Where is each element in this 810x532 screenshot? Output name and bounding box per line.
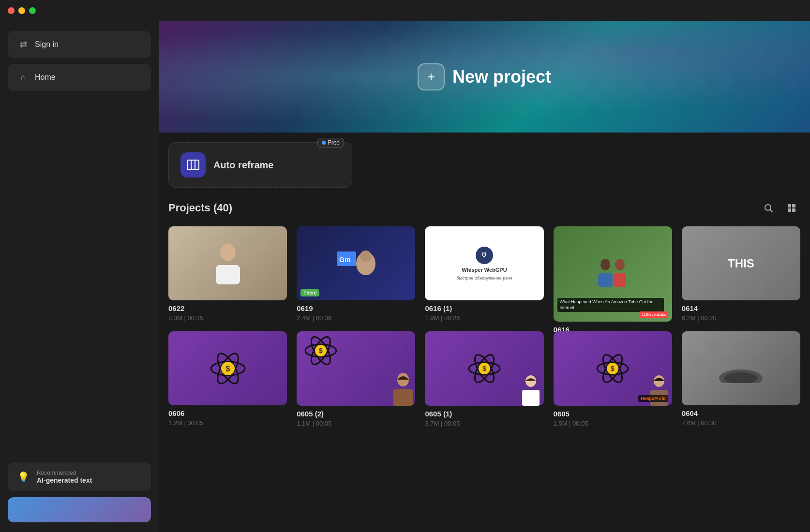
project-name-0616-1: 0616 (1) bbox=[425, 304, 543, 312]
svg-text:$: $ bbox=[225, 365, 230, 373]
svg-rect-31 bbox=[393, 389, 413, 406]
thumb-content-0616-1: 🎙 Whisper WebGPU быстрое обнаружение реч… bbox=[425, 226, 543, 300]
svg-point-16 bbox=[600, 259, 610, 270]
project-thumb-0616-1: 🎙 Whisper WebGPU быстрое обнаружение реч… bbox=[425, 226, 543, 300]
recommended-text: Recommended AI-generated text bbox=[37, 470, 92, 484]
title-bar bbox=[0, 0, 810, 21]
project-thumb-0619: Gm There bbox=[297, 226, 415, 300]
thumb-content-0604 bbox=[682, 331, 800, 405]
ai-generated-text-label: AI-generated text bbox=[37, 476, 92, 484]
svg-text:Gm: Gm bbox=[339, 256, 350, 264]
thumb-content-0606: $ bbox=[168, 331, 287, 405]
free-badge-label: Free bbox=[328, 139, 340, 146]
close-button[interactable] bbox=[8, 7, 15, 14]
project-thumb-0616: What Happened When An Amazon Tribe Got t… bbox=[554, 226, 672, 322]
hero-banner[interactable]: + New project bbox=[159, 21, 810, 133]
home-nav-item[interactable]: ⌂ Home bbox=[8, 64, 151, 91]
subtitle-tag-0619: There bbox=[300, 289, 319, 296]
project-name-0606: 0606 bbox=[168, 409, 287, 417]
project-meta-0605-2: 1.1M | 00:05 bbox=[297, 420, 415, 427]
new-project-plus-icon: + bbox=[418, 63, 445, 90]
badge-dot bbox=[322, 141, 326, 145]
svg-point-18 bbox=[615, 259, 625, 270]
svg-rect-7 bbox=[788, 208, 791, 212]
thumb-content-0616: What Happened When An Amazon Tribe Got t… bbox=[554, 226, 672, 322]
projects-title: Projects (40) bbox=[168, 202, 232, 214]
project-item-0622[interactable]: 0622 8.3M | 00:35 bbox=[168, 226, 287, 322]
whisper-title: Whisper WebGPU bbox=[462, 267, 507, 273]
project-thumb-0606: $ bbox=[168, 331, 287, 405]
auto-reframe-icon bbox=[180, 152, 206, 177]
project-thumb-0604 bbox=[682, 331, 800, 405]
new-project-label: New project bbox=[452, 67, 551, 87]
project-name-0619: 0619 bbox=[297, 304, 415, 312]
free-badge: Free bbox=[317, 138, 344, 148]
sign-in-label: Sign in bbox=[35, 40, 59, 49]
recommended-label: Recommended bbox=[37, 470, 92, 476]
content-area: + New project Free Auto ref bbox=[159, 21, 810, 532]
project-meta-0606: 1.2M | 00:05 bbox=[168, 419, 287, 427]
project-item-0616[interactable]: What Happened When An Amazon Tribe Got t… bbox=[554, 226, 672, 322]
home-icon: ⌂ bbox=[17, 72, 29, 83]
svg-rect-10 bbox=[216, 265, 240, 284]
project-meta-0622: 8.3M | 00:35 bbox=[168, 314, 287, 322]
thumb-content-0622 bbox=[168, 226, 287, 300]
svg-point-15 bbox=[360, 251, 372, 262]
project-item-0616-1[interactable]: 🎙 Whisper WebGPU быстрое обнаружение реч… bbox=[425, 226, 543, 322]
minimize-button[interactable] bbox=[18, 7, 25, 14]
project-item-0619[interactable]: Gm There 0619 2.4M | 00:36 bbox=[297, 226, 415, 322]
projects-actions bbox=[760, 199, 800, 217]
project-thumb-0605: $ НейроProfit bbox=[554, 331, 672, 405]
project-name-0605-1: 0605 (1) bbox=[425, 410, 543, 418]
svg-point-11 bbox=[220, 244, 236, 261]
project-item-0605-1[interactable]: $ 0605 (1) 3.7M | 00:05 bbox=[425, 331, 543, 427]
project-thumb-0622 bbox=[168, 226, 287, 300]
home-label: Home bbox=[35, 73, 56, 82]
auto-reframe-card[interactable]: Free Auto reframe bbox=[168, 142, 352, 188]
project-thumb-0614: THIS bbox=[682, 226, 800, 300]
project-thumb-0605-2: $ bbox=[297, 331, 415, 405]
project-meta-0604: 7.6M | 00:30 bbox=[682, 419, 800, 427]
this-text: THIS bbox=[728, 257, 754, 270]
project-item-0606[interactable]: $ 0606 1.2M | 00:05 bbox=[168, 331, 287, 427]
project-item-0605[interactable]: $ НейроProfit 0605 1.5M | 00:05 bbox=[554, 331, 672, 427]
sign-in-button[interactable]: ⇄ Sign in bbox=[8, 31, 151, 58]
projects-header: Projects (40) bbox=[168, 199, 800, 217]
maximize-button[interactable] bbox=[29, 7, 36, 14]
svg-text:$: $ bbox=[482, 365, 486, 372]
main-layout: ⇄ Sign in ⌂ Home 💡 Recommended AI-genera… bbox=[0, 21, 810, 532]
project-item-0605-2[interactable]: $ 0605 (2) 1.1M | 00:05 bbox=[297, 331, 415, 427]
eleven-labs-badge: 11ElevenLabs bbox=[640, 311, 668, 318]
project-item-0604[interactable]: 0604 7.6M | 00:30 bbox=[682, 331, 800, 427]
svg-rect-5 bbox=[788, 204, 791, 207]
thumb-content-0605-1: $ bbox=[425, 331, 543, 405]
search-button[interactable] bbox=[760, 199, 777, 217]
recommended-section[interactable]: 💡 Recommended AI-generated text bbox=[8, 462, 151, 491]
project-meta-0616-1: 1.9M | 00:26 bbox=[425, 314, 543, 322]
project-name-0604: 0604 bbox=[682, 409, 800, 417]
lightbulb-icon: 💡 bbox=[15, 469, 31, 485]
project-meta-0605: 1.5M | 00:05 bbox=[554, 420, 672, 427]
sidebar-bottom-button[interactable] bbox=[8, 497, 151, 522]
svg-rect-17 bbox=[598, 273, 613, 287]
svg-rect-38 bbox=[522, 390, 540, 406]
auto-reframe-label: Auto reframe bbox=[213, 160, 273, 171]
project-meta-0619: 2.4M | 00:36 bbox=[297, 314, 415, 322]
svg-rect-8 bbox=[792, 208, 795, 212]
svg-text:$: $ bbox=[319, 347, 323, 355]
neyro-profit-tag: НейроProfit bbox=[638, 395, 668, 402]
grid-view-button[interactable] bbox=[783, 199, 800, 217]
tribe-overlay: What Happened When An Amazon Tribe Got t… bbox=[557, 298, 664, 312]
projects-grid: 0622 8.3M | 00:35 Gm There bbox=[168, 226, 800, 427]
svg-line-4 bbox=[770, 210, 773, 212]
project-item-0614[interactable]: THIS 0614 6.2M | 00:20 bbox=[682, 226, 800, 322]
projects-section: Projects (40) bbox=[159, 188, 810, 439]
project-name-0605: 0605 bbox=[554, 410, 672, 418]
whisper-subtitle: быстрое обнаружение речи bbox=[456, 276, 512, 281]
new-project-button[interactable]: + New project bbox=[418, 63, 551, 90]
svg-rect-0 bbox=[187, 160, 199, 170]
sign-in-icon: ⇄ bbox=[17, 39, 29, 50]
project-meta-0605-1: 3.7M | 00:05 bbox=[425, 420, 543, 427]
project-name-0605-2: 0605 (2) bbox=[297, 410, 415, 418]
sidebar: ⇄ Sign in ⌂ Home 💡 Recommended AI-genera… bbox=[0, 21, 159, 532]
